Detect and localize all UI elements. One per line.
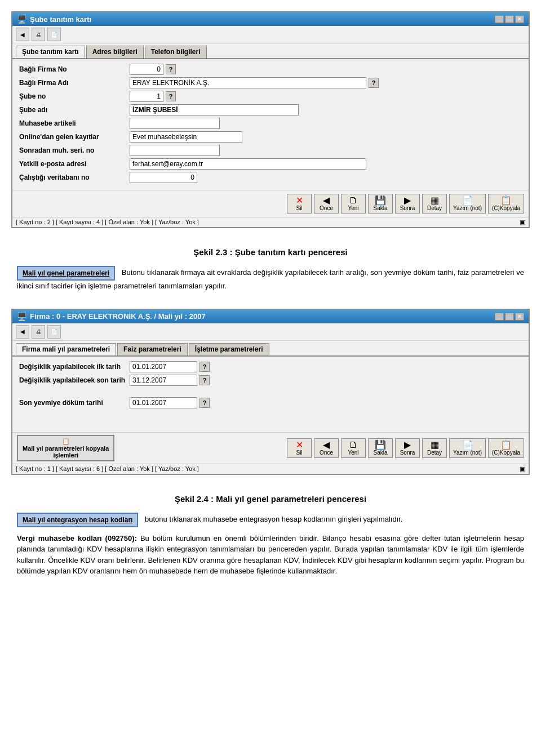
- window2-status-icon: ▣: [520, 465, 525, 473]
- kopyala-icon-1: 📋: [500, 196, 512, 205]
- maximize-button[interactable]: □: [505, 15, 514, 23]
- toolbar-btn-2-3[interactable]: 📄: [47, 325, 61, 339]
- label-eposta: Yetkili e-posta adresi: [17, 159, 130, 169]
- minimize-button[interactable]: _: [495, 15, 504, 23]
- question-btn-bagli-firma-no[interactable]: ?: [166, 64, 176, 74]
- window1: 🖥️ Şube tanıtım kartı _ □ ✕ ◀ 🖨 📄 Şube t…: [11, 11, 530, 228]
- window2-form: Değişiklik yapılabilecek ilk tarih ? Değ…: [12, 357, 529, 432]
- window2-title-icon: 🖥️: [17, 312, 26, 321]
- section2-description1: butonu tıklanarak muhasebe entegrasyon h…: [145, 515, 402, 523]
- question-btn-son-tarih[interactable]: ?: [199, 375, 210, 385]
- label-sube-adi: Şube adı: [17, 105, 130, 115]
- question-btn-ilk-tarih[interactable]: ?: [199, 362, 210, 372]
- btn-once-2[interactable]: ◀ Once: [314, 438, 339, 458]
- toolbar-btn-3[interactable]: 📄: [47, 28, 61, 41]
- btn-once-1[interactable]: ◀ Once: [314, 194, 339, 214]
- btn-yeni-1[interactable]: 🗋 Yeni: [341, 194, 366, 214]
- btn-sonra-1[interactable]: ▶ Sonra: [395, 194, 420, 214]
- field-eposta[interactable]: [130, 158, 366, 170]
- yeni-icon-2: 🗋: [349, 441, 358, 450]
- btn-detay-1[interactable]: ▦ Detay: [422, 194, 447, 214]
- field-muhasebe-artikeli[interactable]: [130, 118, 220, 129]
- btn-kopyala-2[interactable]: 📋 (C)Kopyala: [488, 438, 524, 458]
- btn-yazim-2[interactable]: 📄 Yazım (not): [449, 438, 486, 458]
- close-button[interactable]: ✕: [515, 15, 524, 23]
- sil-icon-2: ✕: [296, 441, 303, 450]
- btn-yazim-1[interactable]: 📄 Yazım (not): [449, 194, 486, 214]
- window2-title: Firma : 0 - ERAY ELEKTRONİK A.Ş. / Mali …: [30, 312, 206, 321]
- form-row-muhasebe-artikeli: Muhasebe artikeli: [17, 118, 524, 129]
- btn-once-label-1: Once: [320, 205, 333, 211]
- label-yevmiye: Son yevmiye döküm tarihi: [17, 398, 130, 408]
- field-sube-adi[interactable]: [130, 104, 299, 115]
- input-veritabani: [130, 172, 524, 183]
- section2: Şekil 2.4 : Mali yıl genel parametreleri…: [6, 481, 535, 588]
- section2-bold: Vergi muhasebe kodları (092750):: [17, 534, 137, 542]
- btn-sonra-2[interactable]: ▶ Sonra: [395, 438, 420, 458]
- btn-sakla-label-1: Sakla: [374, 205, 388, 211]
- form-row-bagli-firma-adi: Bağlı Firma Adı ?: [17, 77, 524, 88]
- btn-once-label-2: Once: [320, 450, 333, 456]
- question-btn-bagli-firma-adi[interactable]: ?: [369, 78, 379, 88]
- tab-isletme-parametreleri[interactable]: İşletme parametreleri: [189, 343, 269, 355]
- section2-para2: Vergi muhasebe kodları (092750): Bu bölü…: [17, 533, 524, 577]
- field-bagli-firma-adi[interactable]: [130, 77, 366, 88]
- window1-toolbar: ◀ 🖨 📄: [12, 26, 529, 43]
- btn-kopyala-label-1: (C)Kopyala: [492, 205, 520, 211]
- toolbar-btn-2-1[interactable]: ◀: [16, 325, 29, 339]
- toolbar-btn-2[interactable]: 🖨: [32, 28, 45, 41]
- btn-detay-2[interactable]: ▦ Detay: [422, 438, 447, 458]
- input-ilk-tarih: ?: [130, 361, 524, 372]
- btn-kopyala-1[interactable]: 📋 (C)Kopyala: [488, 194, 524, 214]
- field-bagli-firma-no[interactable]: [130, 64, 163, 75]
- tab-faiz-parametreleri[interactable]: Faiz parametreleri: [117, 343, 188, 355]
- field-yevmiye[interactable]: [130, 397, 197, 408]
- btn-sil-2[interactable]: ✕ Sil: [287, 438, 312, 458]
- btn-mali-yil-kopyala[interactable]: 📋 Mali yıl parametreleri kopyalaişlemler…: [17, 435, 114, 461]
- window2-status-bar: [ Kayıt no : 1 ] [ Kayıt sayısı : 6 ] [ …: [12, 464, 529, 474]
- btn-yeni-2[interactable]: 🗋 Yeni: [341, 438, 366, 458]
- sakla-icon-2: 💾: [375, 441, 386, 450]
- window2-titlebar: 🖥️ Firma : 0 - ERAY ELEKTRONİK A.Ş. / Ma…: [12, 310, 529, 323]
- window1-action-bar: ✕ Sil ◀ Once 🗋 Yeni 💾 Sakla ▶ Sonra ▦ De…: [12, 190, 529, 217]
- toolbar-btn-1[interactable]: ◀: [16, 28, 29, 41]
- field-veritabani[interactable]: [130, 172, 197, 183]
- field-sonradan-muh[interactable]: [130, 145, 220, 156]
- section2-button-label[interactable]: Mali yıl entegrasyon hesap kodları: [17, 513, 138, 527]
- close-button-2[interactable]: ✕: [515, 313, 524, 321]
- window1-titlebar: 🖥️ Şube tanıtım kartı _ □ ✕: [12, 12, 529, 26]
- field-son-tarih[interactable]: [130, 375, 197, 386]
- label-sube-no: Şube no: [17, 91, 130, 101]
- form-row-online: Online'dan gelen kayıtlar: [17, 131, 524, 143]
- btn-sakla-1[interactable]: 💾 Sakla: [368, 194, 393, 214]
- field-ilk-tarih[interactable]: [130, 361, 197, 372]
- toolbar-btn-2-2[interactable]: 🖨: [32, 325, 45, 339]
- section1-button-label[interactable]: Mali yıl genel parametreleri: [17, 266, 115, 281]
- kopyala-icon-2: 📋: [500, 441, 512, 450]
- field-online[interactable]: [130, 131, 242, 143]
- btn-sil-label-2: Sil: [296, 450, 302, 456]
- btn-sil-1[interactable]: ✕ Sil: [287, 194, 312, 214]
- question-btn-sube-no[interactable]: ?: [166, 91, 176, 101]
- tab-sube-tanitim[interactable]: Şube tanıtım kartı: [16, 46, 85, 58]
- btn-yazim-label-1: Yazım (not): [453, 205, 482, 211]
- btn-sakla-2[interactable]: 💾 Sakla: [368, 438, 393, 458]
- tab-firma-mali-yil[interactable]: Firma mali yıl parametreleri: [16, 343, 116, 355]
- label-bagli-firma-no: Bağlı Firma No: [17, 64, 130, 74]
- question-btn-yevmiye[interactable]: ?: [199, 398, 210, 408]
- maximize-button-2[interactable]: □: [505, 313, 514, 321]
- input-son-tarih: ?: [130, 375, 524, 386]
- label-son-tarih: Değişiklik yapılabilecek son tarih: [17, 375, 130, 385]
- input-sube-adi: [130, 104, 524, 115]
- btn-kopyala-label-2: (C)Kopyala: [492, 450, 520, 456]
- sakla-icon-1: 💾: [375, 196, 386, 205]
- field-sube-no[interactable]: [130, 91, 163, 102]
- tab-adres-bilgileri[interactable]: Adres bilgileri: [86, 46, 144, 58]
- input-bagli-firma-no: ?: [130, 64, 524, 75]
- minimize-button-2[interactable]: _: [495, 313, 504, 321]
- label-muhasebe-artikeli: Muhasebe artikeli: [17, 118, 130, 128]
- tab-telefon-bilgileri[interactable]: Telefon bilgileri: [145, 46, 207, 58]
- window2-controls: _ □ ✕: [495, 313, 524, 321]
- window1-controls: _ □ ✕: [495, 15, 524, 23]
- btn-sonra-label-1: Sonra: [400, 205, 415, 211]
